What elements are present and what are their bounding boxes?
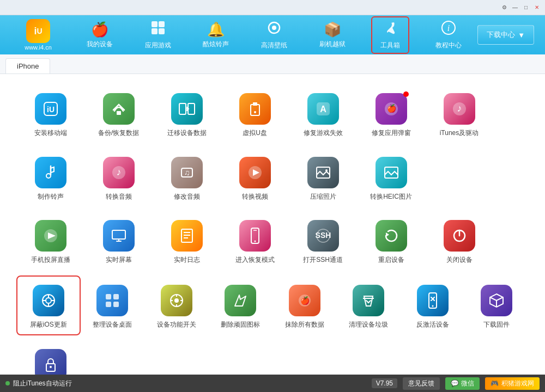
svg-text:♪: ♪ bbox=[457, 103, 462, 114]
tool-remove-icon[interactable]: 删除顽固图标 bbox=[209, 275, 272, 336]
convert-video-icon bbox=[239, 157, 271, 188]
svg-text:🍎: 🍎 bbox=[386, 104, 396, 113]
svg-point-59 bbox=[174, 298, 179, 303]
svg-rect-12 bbox=[179, 103, 186, 114]
firmware-icon bbox=[481, 285, 512, 316]
tab-iphone[interactable]: iPhone bbox=[5, 58, 50, 74]
bell-icon: 🔔 bbox=[207, 21, 225, 38]
tool-organize[interactable]: 整理设备桌面 bbox=[81, 275, 144, 336]
tool-screen-mirror[interactable]: 手机投屏直播 bbox=[16, 212, 84, 270]
edit-audio-icon: ♫ bbox=[171, 157, 203, 188]
svg-point-49 bbox=[46, 298, 51, 303]
title-bar: ⚙ — □ ✕ bbox=[0, 0, 545, 15]
tools-grid: iU 安装移动端 备份/恢复数据 迁移设备数据 虚拟U盘 bbox=[16, 85, 529, 375]
compress-photo-label: 压缩照片 bbox=[310, 193, 336, 201]
backup-icon bbox=[103, 93, 135, 125]
nav-label-app-game: 应用游戏 bbox=[145, 41, 171, 50]
game-badge: 🎮 积猪游戏网 bbox=[485, 377, 540, 390]
tool-real-log[interactable]: 实时日志 bbox=[153, 212, 221, 270]
real-log-icon bbox=[171, 220, 203, 252]
tool-backup-restore[interactable]: 备份/恢复数据 bbox=[84, 85, 153, 143]
tool-itunes[interactable]: ♪ iTunes及驱动 bbox=[425, 85, 493, 143]
svg-rect-11 bbox=[117, 111, 121, 115]
tool-row-2: 制作铃声 ♪ 转换音频 ♫ 修改音频 转换视频 bbox=[16, 149, 529, 207]
tool-ssh[interactable]: SSH 打开SSH通道 bbox=[289, 212, 357, 270]
tool-row-1: iU 安装移动端 备份/恢复数据 迁移设备数据 虚拟U盘 bbox=[16, 85, 529, 143]
clean-icon bbox=[353, 285, 384, 316]
tool-install-app[interactable]: iU 安装移动端 bbox=[16, 85, 84, 143]
apple-icon: 🍎 bbox=[91, 21, 108, 38]
tool-ringtone[interactable]: 制作铃声 bbox=[16, 149, 84, 207]
nav-item-app-game[interactable]: 应用游戏 bbox=[139, 17, 177, 53]
tool-shutdown[interactable]: 关闭设备 bbox=[425, 212, 493, 270]
tool-reboot[interactable]: 重启设备 bbox=[357, 212, 425, 270]
svg-text:♫: ♫ bbox=[184, 168, 190, 177]
nav-item-jailbreak[interactable]: 📦 刷机越狱 bbox=[313, 19, 352, 52]
nav-item-wallpaper[interactable]: 高清壁纸 bbox=[255, 17, 293, 53]
tool-row-4: 屏蔽iOS更新 整理设备桌面 设备功能开关 删除顽固图标 bbox=[16, 275, 529, 336]
nav-label-wallpaper: 高清壁纸 bbox=[261, 41, 287, 50]
nav-item-toolbox[interactable]: 工具箱 bbox=[371, 16, 409, 54]
deactivate-icon bbox=[417, 285, 449, 316]
feedback-button[interactable]: 意见反馈 bbox=[403, 377, 440, 390]
tool-block-ios[interactable]: 屏蔽iOS更新 bbox=[16, 275, 81, 336]
migrate-label: 迁移设备数据 bbox=[167, 129, 207, 138]
tool-fix-game[interactable]: A 修复游戏失效 bbox=[289, 85, 357, 143]
tool-real-screen[interactable]: 实时屏幕 bbox=[84, 212, 153, 270]
shutdown-label: 关闭设备 bbox=[446, 256, 473, 265]
convert-video-label: 转换视频 bbox=[242, 193, 268, 201]
real-screen-label: 实时屏幕 bbox=[106, 256, 132, 265]
tool-clean[interactable]: 清理设备垃圾 bbox=[337, 275, 401, 336]
tool-compress-photo[interactable]: 压缩照片 bbox=[289, 149, 357, 207]
svg-rect-55 bbox=[113, 294, 119, 299]
svg-text:i: i bbox=[447, 23, 450, 33]
settings-icon[interactable]: ⚙ bbox=[500, 4, 508, 11]
wipe-label: 抹除所有数据 bbox=[285, 321, 324, 329]
close-button[interactable]: ✕ bbox=[533, 4, 541, 11]
nav-item-tutorial[interactable]: i 教程中心 bbox=[429, 17, 468, 53]
svg-point-31 bbox=[325, 169, 328, 171]
svg-rect-1 bbox=[159, 21, 165, 27]
svg-point-5 bbox=[272, 26, 276, 30]
tool-row-5: 访问限制 bbox=[16, 341, 529, 375]
remove-icon-icon bbox=[225, 285, 256, 316]
udisk-label: 虚拟U盘 bbox=[243, 129, 267, 138]
features-icon bbox=[161, 285, 192, 316]
udisk-icon bbox=[239, 93, 271, 125]
download-label: 下载中心 bbox=[487, 30, 515, 40]
download-center-button[interactable]: 下载中心 ▼ bbox=[477, 25, 534, 45]
tool-features[interactable]: 设备功能开关 bbox=[144, 275, 208, 336]
tool-convert-heic[interactable]: 转换HEIC图片 bbox=[357, 149, 425, 207]
window-controls[interactable]: ⚙ — □ ✕ bbox=[500, 4, 541, 11]
wipe-icon: 🍎 bbox=[289, 285, 320, 316]
wechat-button[interactable]: 💬 微信 bbox=[445, 377, 480, 390]
nav-item-my-device[interactable]: 🍎 我的设备 bbox=[81, 19, 119, 52]
nav-label-ringtones: 酷炫铃声 bbox=[203, 40, 229, 49]
logo-url: www.i4.cn bbox=[25, 44, 52, 51]
tool-convert-video[interactable]: 转换视频 bbox=[221, 149, 289, 207]
svg-text:♪: ♪ bbox=[116, 167, 121, 177]
minimize-button[interactable]: — bbox=[511, 4, 519, 11]
features-label: 设备功能开关 bbox=[157, 321, 196, 329]
nav-item-ringtones[interactable]: 🔔 酷炫铃声 bbox=[197, 19, 235, 52]
svg-point-23 bbox=[46, 174, 51, 178]
fix-popup-label: 修复应用弹窗 bbox=[372, 129, 411, 138]
tool-wipe[interactable]: 🍎 抹除所有数据 bbox=[272, 275, 336, 336]
maximize-button[interactable]: □ bbox=[522, 4, 530, 11]
tool-edit-audio[interactable]: ♫ 修改音频 bbox=[153, 149, 221, 207]
box-icon: 📦 bbox=[324, 21, 341, 38]
tool-convert-audio[interactable]: ♪ 转换音频 bbox=[84, 149, 153, 207]
svg-point-68 bbox=[432, 305, 433, 307]
reboot-icon bbox=[376, 220, 407, 252]
svg-text:iU: iU bbox=[47, 105, 55, 114]
fix-game-label: 修复游戏失效 bbox=[304, 129, 343, 138]
tool-firmware[interactable]: 下载固件 bbox=[465, 275, 529, 336]
fix-popup-icon: 🍎 bbox=[376, 93, 407, 125]
svg-rect-0 bbox=[152, 21, 158, 27]
tool-virtual-udisk[interactable]: 虚拟U盘 bbox=[221, 85, 289, 143]
tool-access-limit[interactable]: 访问限制 bbox=[16, 341, 84, 375]
tool-deactivate[interactable]: 反激活设备 bbox=[401, 275, 464, 336]
tool-migrate[interactable]: 迁移设备数据 bbox=[153, 85, 221, 143]
tool-recovery-mode[interactable]: 进入恢复模式 bbox=[221, 212, 289, 270]
tool-fix-popup[interactable]: 🍎 修复应用弹窗 bbox=[357, 85, 425, 143]
